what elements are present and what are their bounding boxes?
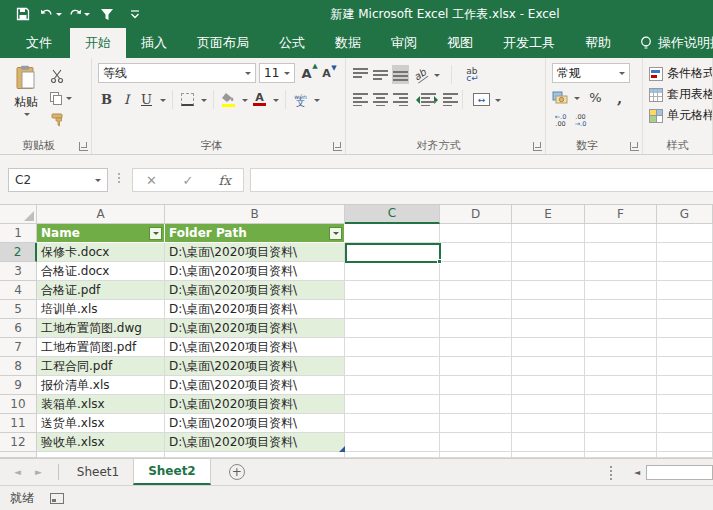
- enter-icon[interactable]: ✓: [170, 173, 207, 188]
- folder-path-cell[interactable]: D:\桌面\2020项目资料\: [165, 281, 345, 300]
- merge-center-icon[interactable]: ↔: [473, 90, 490, 109]
- cell-F9[interactable]: [585, 376, 657, 395]
- phonetic-dropdown[interactable]: [314, 99, 320, 105]
- column-header-C[interactable]: C: [345, 205, 440, 224]
- cell-C11[interactable]: [345, 414, 440, 433]
- cell-G11[interactable]: [657, 414, 713, 433]
- cell-F4[interactable]: [585, 281, 657, 300]
- phonetic-guide-icon[interactable]: wén文: [292, 90, 309, 109]
- cell-D4[interactable]: [440, 281, 512, 300]
- ribbon-tab-file[interactable]: 文件: [8, 28, 70, 58]
- cell-styles-button[interactable]: 单元格样式: [649, 106, 708, 125]
- cell-F7[interactable]: [585, 338, 657, 357]
- wrap-text-icon[interactable]: abc↵: [464, 65, 481, 84]
- align-top-icon[interactable]: [352, 65, 369, 84]
- name-box[interactable]: C2: [8, 168, 108, 192]
- redo-icon[interactable]: [68, 4, 90, 24]
- clipboard-dialog-launcher[interactable]: [79, 142, 88, 151]
- save-icon[interactable]: [12, 4, 34, 24]
- folder-path-cell[interactable]: D:\桌面\2020项目资料\: [165, 414, 345, 433]
- macro-record-icon[interactable]: [50, 493, 64, 504]
- formula-input[interactable]: [250, 168, 713, 192]
- cell-F5[interactable]: [585, 300, 657, 319]
- row-header-4[interactable]: 4: [0, 281, 37, 300]
- cell-D5[interactable]: [440, 300, 512, 319]
- folder-path-cell[interactable]: D:\桌面\2020项目资料\: [165, 357, 345, 376]
- folder-path-cell[interactable]: D:\桌面\2020项目资料\: [165, 319, 345, 338]
- cell-G3[interactable]: [657, 262, 713, 281]
- copy-button[interactable]: [50, 89, 72, 107]
- font-dialog-launcher[interactable]: [333, 142, 342, 151]
- cell-C4[interactable]: [345, 281, 440, 300]
- orientation-icon[interactable]: ab: [412, 65, 429, 84]
- cell-C5[interactable]: [345, 300, 440, 319]
- active-cell-outline[interactable]: [345, 243, 441, 263]
- row-header-3[interactable]: 3: [0, 262, 37, 281]
- cell-G10[interactable]: [657, 395, 713, 414]
- row-header-8[interactable]: 8: [0, 357, 37, 376]
- align-left-icon[interactable]: [352, 90, 369, 109]
- cell-E5[interactable]: [512, 300, 585, 319]
- row-header-12[interactable]: 12: [0, 433, 37, 452]
- file-name-cell[interactable]: 合格证.pdf: [37, 281, 165, 300]
- cell-G9[interactable]: [657, 376, 713, 395]
- ribbon-tab-developer[interactable]: 开发工具: [488, 28, 570, 58]
- align-center-icon[interactable]: [372, 90, 389, 109]
- file-name-cell[interactable]: 工程合同.pdf: [37, 357, 165, 376]
- decrease-font-icon[interactable]: A▼: [318, 64, 335, 83]
- filter-dropdown-icon[interactable]: [329, 227, 342, 240]
- hscroll-thumb[interactable]: [646, 465, 713, 480]
- folder-path-cell[interactable]: D:\桌面\2020项目资料\: [165, 338, 345, 357]
- cell-C3[interactable]: [345, 262, 440, 281]
- column-header-D[interactable]: D: [440, 205, 512, 224]
- file-name-cell[interactable]: 报价清单.xls: [37, 376, 165, 395]
- cell-C1[interactable]: [345, 224, 440, 243]
- cell-G1[interactable]: [657, 224, 713, 243]
- alignment-dialog-launcher[interactable]: [533, 142, 542, 151]
- cell-G6[interactable]: [657, 319, 713, 338]
- sheet-tab-sheet2[interactable]: Sheet2: [133, 459, 211, 485]
- increase-indent-icon[interactable]: [434, 90, 453, 109]
- cell-G4[interactable]: [657, 281, 713, 300]
- customize-qat-icon[interactable]: [124, 4, 146, 24]
- cell-D2[interactable]: [440, 243, 512, 262]
- folder-path-cell[interactable]: D:\桌面\2020项目资料\: [165, 395, 345, 414]
- cell-F1[interactable]: [585, 224, 657, 243]
- cell-D9[interactable]: [440, 376, 512, 395]
- accounting-format-icon[interactable]: [552, 88, 569, 107]
- cell-F11[interactable]: [585, 414, 657, 433]
- ribbon-tab-formulas[interactable]: 公式: [264, 28, 320, 58]
- align-middle-icon[interactable]: [372, 65, 389, 84]
- cell-C10[interactable]: [345, 395, 440, 414]
- cell-G7[interactable]: [657, 338, 713, 357]
- conditional-formatting-button[interactable]: 条件格式: [649, 64, 708, 83]
- cut-button[interactable]: [50, 67, 72, 85]
- filter-dropdown-icon[interactable]: [149, 227, 162, 240]
- sheet-nav-left-icon[interactable]: ◄: [14, 467, 21, 477]
- column-header-F[interactable]: F: [585, 205, 657, 224]
- cell-G2[interactable]: [657, 243, 713, 262]
- sheet-tab-sheet1[interactable]: Sheet1: [63, 459, 133, 485]
- row-header-5[interactable]: 5: [0, 300, 37, 319]
- align-bottom-icon[interactable]: [392, 65, 409, 84]
- cell-F12[interactable]: [585, 433, 657, 452]
- sheet-nav-right-icon[interactable]: ►: [35, 467, 42, 477]
- cell-E1[interactable]: [512, 224, 585, 243]
- cell-F8[interactable]: [585, 357, 657, 376]
- cell-E10[interactable]: [512, 395, 585, 414]
- new-sheet-icon[interactable]: +: [229, 464, 245, 480]
- font-color-icon[interactable]: A: [251, 90, 268, 109]
- borders-icon[interactable]: [179, 90, 196, 109]
- merge-dropdown[interactable]: [495, 99, 501, 105]
- file-name-cell[interactable]: 工地布置简图.dwg: [37, 319, 165, 338]
- row-header-1[interactable]: 1: [0, 224, 37, 243]
- file-name-cell[interactable]: 保修卡.docx: [37, 243, 165, 262]
- ribbon-tab-data[interactable]: 数据: [320, 28, 376, 58]
- ribbon-tab-view[interactable]: 视图: [432, 28, 488, 58]
- folder-path-cell[interactable]: D:\桌面\2020项目资料\: [165, 376, 345, 395]
- folder-path-cell[interactable]: D:\桌面\2020项目资料\: [165, 300, 345, 319]
- ribbon-tab-page-layout[interactable]: 页面布局: [182, 28, 264, 58]
- cell-D8[interactable]: [440, 357, 512, 376]
- cell-C8[interactable]: [345, 357, 440, 376]
- borders-dropdown[interactable]: [201, 99, 207, 105]
